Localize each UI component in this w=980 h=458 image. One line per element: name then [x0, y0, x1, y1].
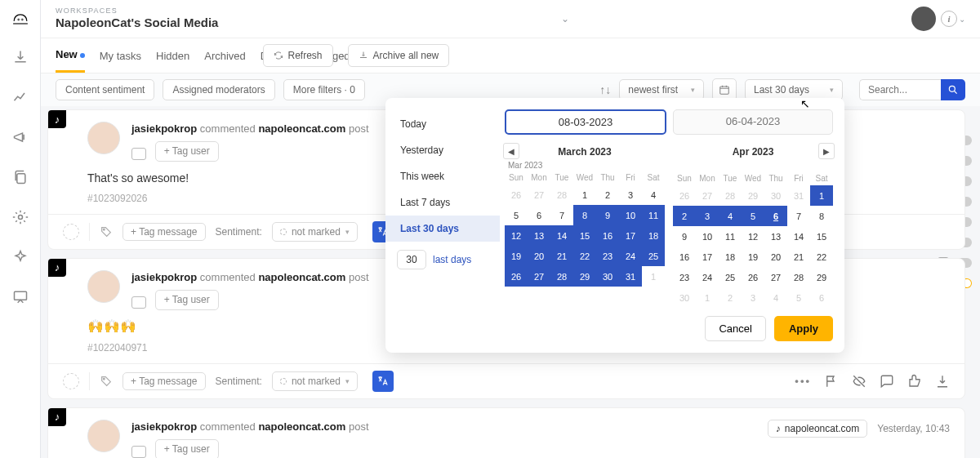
clipboard-icon[interactable] — [131, 296, 146, 309]
calendar-day[interactable]: 13 — [764, 226, 787, 247]
target-profile[interactable]: napoleoncat.com — [258, 122, 345, 135]
calendar-day[interactable]: 3 — [696, 206, 719, 226]
calendar-day[interactable]: 25 — [642, 246, 665, 266]
calendar-day[interactable]: 10 — [619, 205, 642, 225]
tag-user-button[interactable]: + Tag user — [155, 141, 219, 162]
calendar-day[interactable]: 30 — [596, 266, 619, 287]
custom-days-input[interactable]: 30 last days — [397, 250, 488, 269]
calendar-day[interactable]: 21 — [787, 247, 810, 267]
cancel-button[interactable]: Cancel — [705, 316, 765, 341]
calendar-day[interactable]: 23 — [673, 267, 696, 287]
calendar-day[interactable]: 25 — [719, 267, 742, 287]
calendar-day[interactable]: 26 — [505, 266, 528, 287]
sentiment-select[interactable]: not marked ▾ — [272, 371, 358, 391]
calendar-day[interactable]: 11 — [719, 226, 742, 247]
calendar-day[interactable]: 26 — [742, 267, 764, 287]
calendar-day[interactable]: 24 — [619, 246, 642, 266]
calendar-day[interactable]: 12 — [742, 226, 764, 247]
calendar-day[interactable]: 6 — [528, 205, 550, 225]
calendar-day[interactable]: 7 — [787, 206, 810, 226]
content-sentiment-filter[interactable]: Content sentiment — [56, 79, 154, 100]
calendar-day[interactable]: 4 — [719, 206, 742, 226]
calendar-day[interactable]: 15 — [810, 226, 833, 247]
target-profile[interactable]: napoleoncat.com — [258, 271, 345, 283]
calendar-day[interactable]: 3 — [619, 185, 642, 205]
calendar-day[interactable]: 5 — [742, 206, 764, 226]
tag-user-button[interactable]: + Tag user — [155, 439, 219, 458]
calendar-day[interactable]: 2 — [673, 206, 696, 226]
calendar-day[interactable]: 31 — [619, 266, 642, 287]
download-icon[interactable] — [935, 374, 950, 389]
calendar-day[interactable]: 2 — [596, 185, 619, 205]
like-icon[interactable] — [907, 374, 922, 389]
calendar-day[interactable]: 14 — [787, 226, 810, 247]
calendar-day[interactable]: 21 — [550, 246, 573, 266]
calendar-day[interactable]: 17 — [619, 225, 642, 246]
calendar-day[interactable]: 20 — [764, 247, 787, 267]
calendar-day[interactable]: 16 — [596, 225, 619, 246]
hide-icon[interactable] — [852, 374, 866, 389]
next-month-button[interactable]: ▶ — [818, 143, 835, 159]
date-preset[interactable]: Last 7 days — [385, 189, 500, 216]
calendar-day[interactable]: 5 — [505, 205, 528, 225]
gear-icon[interactable] — [12, 209, 29, 228]
calendar-day[interactable]: 15 — [573, 225, 596, 246]
download-icon[interactable] — [12, 49, 29, 68]
calendar-day[interactable]: 16 — [673, 247, 696, 267]
search-button[interactable] — [941, 79, 965, 100]
flag-icon[interactable] — [824, 374, 839, 389]
author-avatar[interactable] — [87, 122, 120, 154]
copy-icon[interactable] — [12, 169, 29, 188]
calendar-day[interactable]: 18 — [642, 225, 665, 246]
calendar-day[interactable]: 1 — [810, 185, 833, 206]
calendar-day[interactable]: 27 — [764, 267, 787, 287]
author-avatar[interactable] — [87, 270, 120, 303]
calendar-day[interactable]: 28 — [787, 267, 810, 287]
presentation-icon[interactable] — [12, 289, 29, 308]
date-end-input[interactable]: 06-04-2023 — [673, 109, 833, 135]
calendar-day[interactable]: 23 — [596, 246, 619, 266]
author-name[interactable]: jasiekpokrop — [131, 271, 197, 283]
calendar-day[interactable]: 22 — [810, 247, 833, 267]
tag-icon[interactable] — [100, 375, 113, 388]
prev-month-button[interactable]: ◀ — [503, 143, 519, 159]
source-pill[interactable]: ♪napoleoncat.com — [768, 420, 867, 438]
sparkle-icon[interactable] — [12, 249, 29, 268]
workspace-switcher[interactable]: WORKSPACES NapoleonCat's Social Media — [56, 7, 218, 31]
status-circle[interactable] — [63, 373, 79, 389]
calendar-day[interactable]: 10 — [696, 226, 719, 247]
status-circle[interactable] — [63, 224, 79, 240]
translate-button[interactable] — [372, 371, 394, 392]
calendar-day[interactable]: 7 — [550, 205, 573, 225]
calendar-day[interactable]: 19 — [505, 246, 528, 266]
comment-icon[interactable] — [880, 374, 894, 389]
calendar-day[interactable]: 28 — [550, 266, 573, 287]
chevron-down-icon[interactable]: ⌄ — [959, 15, 965, 24]
tab-hidden[interactable]: Hidden — [156, 40, 189, 72]
archive-all-button[interactable]: Archive all new — [348, 44, 450, 67]
calendar-day[interactable]: 22 — [573, 246, 596, 266]
custom-days-value[interactable]: 30 — [397, 250, 426, 269]
calendar-day[interactable]: 14 — [550, 225, 573, 246]
tab-new[interactable]: New — [56, 38, 85, 73]
tag-icon[interactable] — [100, 225, 113, 238]
date-start-input[interactable]: 08-03-2023 — [505, 109, 666, 135]
tab-archived[interactable]: Archived — [204, 40, 246, 72]
calendar-day[interactable]: 13 — [528, 225, 550, 246]
calendar-day[interactable]: 19 — [742, 247, 764, 267]
date-preset[interactable]: Yesterday — [385, 137, 500, 163]
calendar-day[interactable]: 9 — [596, 205, 619, 225]
info-icon[interactable]: i — [941, 11, 957, 27]
chevron-down-icon[interactable]: ⌄ — [561, 13, 569, 24]
clipboard-icon[interactable] — [131, 148, 146, 160]
tab-my-tasks[interactable]: My tasks — [100, 40, 141, 72]
calendar-day[interactable]: 8 — [810, 206, 833, 226]
date-preset[interactable]: This week — [385, 163, 500, 189]
more-icon[interactable]: ••• — [795, 375, 811, 387]
search-input[interactable] — [859, 79, 941, 100]
tag-message-button[interactable]: + Tag message — [122, 372, 206, 390]
clipboard-icon[interactable] — [131, 446, 146, 458]
analytics-icon[interactable] — [12, 89, 29, 108]
calendar-day[interactable]: 18 — [719, 247, 742, 267]
calendar-day[interactable]: 29 — [810, 267, 833, 287]
